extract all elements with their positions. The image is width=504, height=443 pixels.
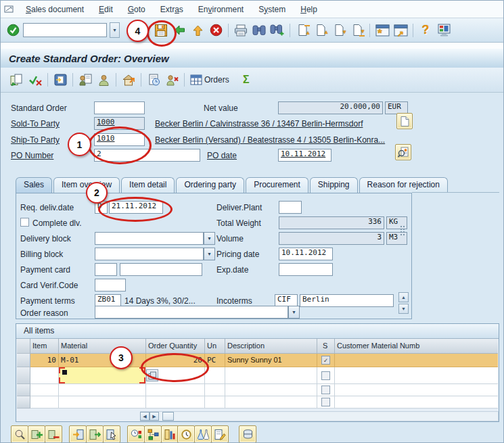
tab-ordering-party[interactable]: Ordering party <box>176 177 244 193</box>
material-cell[interactable] <box>59 384 146 396</box>
complete-dlv-checkbox[interactable] <box>20 218 29 227</box>
scroll-right-icon[interactable]: ▶ <box>150 412 159 421</box>
search-help-button[interactable] <box>395 144 411 160</box>
menu-edit[interactable]: Edit <box>91 5 120 14</box>
row-selector[interactable] <box>17 396 30 409</box>
create-text-button[interactable] <box>396 113 413 129</box>
copy-item-button[interactable] <box>86 425 104 443</box>
card-verif-code-field[interactable] <box>95 279 126 292</box>
column-description[interactable]: Description <box>225 339 317 354</box>
item-cell[interactable] <box>30 384 59 396</box>
horizontal-scrollbar[interactable] <box>140 411 499 421</box>
po-date-field[interactable]: 10.11.2012 <box>278 149 331 162</box>
enter-icon[interactable] <box>5 22 21 39</box>
menu-sales-document[interactable]: Sales document <box>18 5 91 14</box>
document-flow-icon[interactable] <box>52 72 68 88</box>
material-cell-focused[interactable] <box>59 367 146 384</box>
tab-item-detail[interactable]: Item detail <box>121 177 175 193</box>
column-customer-material[interactable]: Customer Material Numb <box>335 339 498 354</box>
item-cell[interactable] <box>30 367 59 384</box>
menu-environment[interactable]: Environment <box>191 5 251 14</box>
availability-check-button[interactable] <box>194 425 212 443</box>
find-icon[interactable] <box>251 22 267 39</box>
menu-system[interactable]: System <box>251 5 293 14</box>
order-reason-dropdown-icon[interactable]: ▼ <box>288 306 300 319</box>
find-next-icon[interactable] <box>269 22 285 39</box>
print-icon[interactable] <box>233 22 249 39</box>
order-quantity-cell[interactable] <box>146 384 205 396</box>
menu-extras[interactable]: Extras <box>153 5 191 14</box>
customize-layout-icon[interactable] <box>436 22 452 39</box>
item-conditions-button[interactable] <box>161 425 179 443</box>
description-cell[interactable] <box>225 384 317 396</box>
select-all-cell[interactable] <box>17 339 30 354</box>
reject-document-icon[interactable] <box>164 72 180 88</box>
sold-to-party-text[interactable]: Becker Berlin / Calvinstrasse 36 / 13467… <box>155 118 363 129</box>
scroll-down-icon[interactable]: ▼ <box>398 304 409 314</box>
delete-item-button[interactable] <box>45 425 62 443</box>
tab-reason-for-rejection[interactable]: Reason for rejection <box>359 177 448 193</box>
first-page-icon[interactable]: ▲ <box>294 22 311 39</box>
description-cell[interactable] <box>225 396 317 409</box>
scroll-up-icon[interactable]: ▲ <box>398 292 409 302</box>
column-s[interactable]: S <box>317 339 335 354</box>
help-icon[interactable]: ? <box>417 22 434 39</box>
column-item[interactable]: Item <box>30 339 59 354</box>
cancel-icon[interactable] <box>208 22 224 39</box>
standard-order-field[interactable] <box>94 101 145 114</box>
payment-card-type-field[interactable] <box>95 263 117 276</box>
last-page-icon[interactable]: ▼ <box>349 22 365 39</box>
tab-shipping[interactable]: Shipping <box>310 177 358 193</box>
previous-page-icon[interactable]: ▲ <box>313 22 329 39</box>
lock-item-button[interactable] <box>69 425 87 443</box>
material-cell[interactable] <box>59 396 146 409</box>
column-un[interactable]: Un <box>205 339 225 354</box>
delivery-block-field[interactable] <box>95 232 204 245</box>
new-session-icon[interactable]: * <box>374 22 390 39</box>
zoom-item-button[interactable] <box>11 425 28 443</box>
schedule-lines-button[interactable] <box>127 425 145 443</box>
select-item-button[interactable] <box>103 425 120 443</box>
command-dropdown-icon[interactable]: ▼ <box>110 22 120 38</box>
deliver-plant-field[interactable] <box>279 201 302 214</box>
incoterms-location-field[interactable]: Berlin <box>300 294 394 307</box>
sum-icon[interactable]: Σ <box>238 72 254 88</box>
item-structure-button[interactable] <box>144 425 162 443</box>
item-cell[interactable]: 10 <box>30 354 59 367</box>
command-input[interactable] <box>23 23 107 37</box>
house-arrow-icon[interactable] <box>120 72 137 88</box>
row-selector[interactable] <box>17 354 30 367</box>
display-availability-button[interactable] <box>177 425 195 443</box>
item-cell[interactable] <box>30 396 59 409</box>
billing-block-dropdown-icon[interactable]: ▼ <box>204 248 215 260</box>
add-item-button[interactable] <box>28 425 45 443</box>
menu-goto[interactable]: Goto <box>120 5 153 14</box>
unit-cell[interactable] <box>205 396 225 409</box>
orders-button[interactable]: Orders <box>189 72 231 88</box>
pricing-date-field[interactable]: 10.11.2012 <box>279 248 333 260</box>
configuration-button[interactable] <box>239 425 256 443</box>
description-cell[interactable]: Sunny Sunny 01 <box>225 354 317 367</box>
partner-card-icon[interactable] <box>77 72 93 88</box>
delivery-block-dropdown-icon[interactable]: ▼ <box>204 232 215 245</box>
order-reason-field[interactable] <box>95 306 288 319</box>
tab-sales[interactable]: Sales <box>16 177 52 193</box>
shortcut-icon[interactable]: ↗ <box>392 22 409 39</box>
customer-material-cell[interactable] <box>335 396 498 409</box>
control-menu-icon[interactable] <box>4 5 14 14</box>
next-page-icon[interactable]: ▼ <box>331 22 347 39</box>
order-quantity-cell[interactable] <box>146 396 205 409</box>
unit-cell[interactable] <box>205 384 225 396</box>
menu-help[interactable]: Help <box>293 5 325 14</box>
exp-date-field[interactable] <box>279 263 333 276</box>
exit-icon[interactable] <box>189 22 206 39</box>
person-icon[interactable] <box>95 72 112 88</box>
header-details-icon[interactable] <box>145 72 162 88</box>
ship-to-party-text[interactable]: Becker Berlin (Versand) / Beatestrasse 4… <box>155 135 385 145</box>
row-selector[interactable] <box>17 384 30 396</box>
check-availability-icon[interactable] <box>27 72 43 88</box>
column-material[interactable]: Material <box>59 339 146 354</box>
customer-material-cell[interactable] <box>335 384 498 396</box>
description-cell[interactable] <box>225 367 317 384</box>
tab-procurement[interactable]: Procurement <box>246 177 308 193</box>
